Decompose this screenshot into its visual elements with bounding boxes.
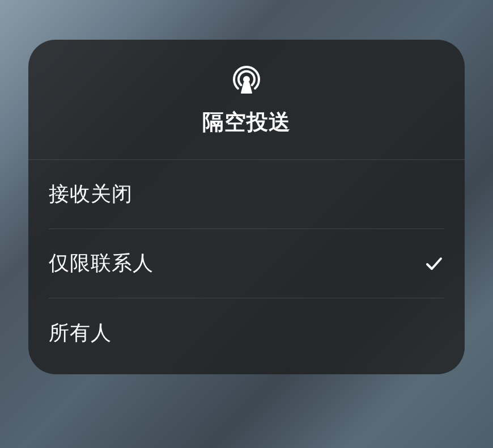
option-label: 所有人	[49, 319, 112, 347]
option-label: 仅限联系人	[49, 250, 154, 277]
airdrop-icon	[231, 64, 262, 95]
checkmark-icon	[424, 253, 444, 274]
option-label: 接收关闭	[49, 180, 133, 208]
option-everyone[interactable]: 所有人	[49, 298, 444, 367]
options-list: 接收关闭 仅限联系人 所有人	[28, 160, 465, 374]
panel-header: 隔空投送	[28, 40, 465, 160]
panel-title: 隔空投送	[202, 108, 291, 137]
airdrop-settings-panel: 隔空投送 接收关闭 仅限联系人 所有人	[28, 40, 465, 374]
option-contacts-only[interactable]: 仅限联系人	[49, 229, 444, 298]
option-receiving-off[interactable]: 接收关闭	[49, 160, 444, 229]
svg-point-0	[243, 76, 250, 83]
